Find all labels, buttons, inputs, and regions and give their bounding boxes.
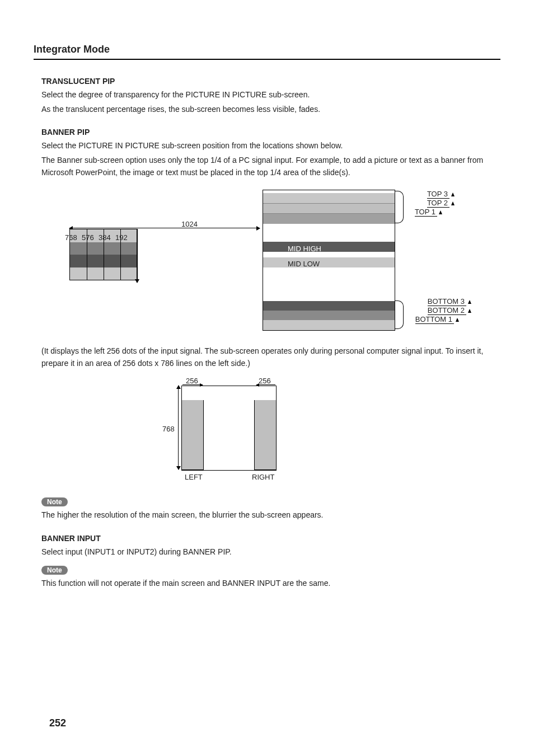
page-number: 252 bbox=[49, 717, 66, 729]
banner-input-p1: Select input (INPUT1 or INPUT2) during B… bbox=[41, 546, 500, 558]
banner-input-heading: BANNER INPUT bbox=[41, 534, 500, 543]
note-badge-2: Note bbox=[41, 566, 68, 575]
note-2-text: This function will not operate if the ma… bbox=[41, 577, 500, 590]
d1-label-top2: TOP 2 bbox=[427, 199, 449, 208]
banner-pip-heading: BANNER PIP bbox=[41, 128, 500, 137]
d2-label-left: LEFT bbox=[185, 473, 203, 481]
d1-label-576: 576 bbox=[82, 233, 94, 242]
banner-pip-p2: The Banner sub-screen option uses only t… bbox=[41, 154, 500, 179]
banner-pip-p1: Select the PICTURE IN PICTURE sub-screen… bbox=[41, 140, 500, 152]
note-1-text: The higher the resolution of the main sc… bbox=[41, 509, 500, 522]
d1-label-top1: TOP 1 bbox=[415, 208, 437, 217]
banner-pip-diagram-1: 1024 768 576 384 192 MID HIGH MID LOW bbox=[41, 190, 500, 335]
d2-label-256-left: 256 bbox=[186, 377, 198, 385]
d1-label-top3: TOP 3 bbox=[427, 190, 449, 199]
d1-label-768: 768 bbox=[65, 233, 77, 242]
banner-pip-diagram-2: 256 256 768 LEFT RIGHT bbox=[41, 377, 277, 489]
d1-label-192: 192 bbox=[115, 233, 128, 242]
translucent-pip-p2: As the translucent percentage rises, the… bbox=[41, 104, 500, 116]
d1-label-384: 384 bbox=[99, 233, 111, 242]
d1-label-mid-low: MID LOW bbox=[288, 260, 320, 268]
d1-label-bottom2: BOTTOM 2 bbox=[428, 306, 466, 315]
d2-label-right: RIGHT bbox=[252, 473, 274, 481]
banner-pip-after1: (It displays the left 256 dots of the in… bbox=[41, 345, 500, 369]
d1-label-1024: 1024 bbox=[181, 220, 198, 228]
d1-label-mid-high: MID HIGH bbox=[288, 245, 321, 253]
d2-label-256-right: 256 bbox=[259, 377, 271, 385]
note-badge-1: Note bbox=[41, 497, 68, 506]
d1-label-bottom1: BOTTOM 1 bbox=[415, 315, 454, 324]
d1-label-bottom3: BOTTOM 3 bbox=[428, 297, 466, 306]
translucent-pip-p1: Select the degree of transparency for th… bbox=[41, 89, 500, 101]
translucent-pip-heading: TRANSLUCENT PIP bbox=[41, 77, 500, 86]
page-title: Integrator Mode bbox=[34, 44, 500, 60]
d2-label-768: 768 bbox=[162, 425, 175, 433]
